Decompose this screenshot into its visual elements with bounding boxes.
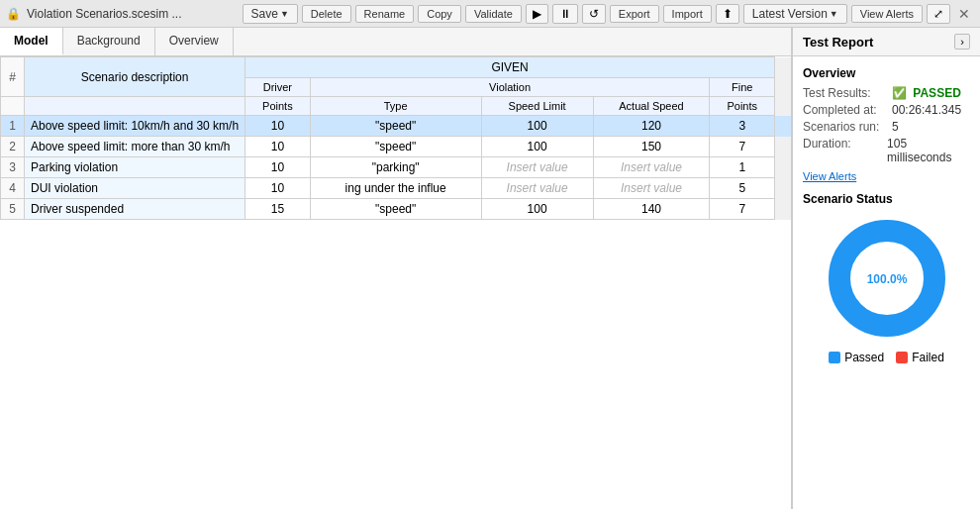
row-number: 1: [1, 116, 25, 137]
scenario-description[interactable]: Parking violation: [25, 157, 245, 178]
test-results-row: Test Results: ✅ PASSED: [803, 86, 970, 100]
subrow-scenario: [25, 97, 245, 116]
save-button[interactable]: Save ▼: [243, 4, 298, 24]
actual-speed[interactable]: Insert value: [593, 157, 710, 178]
driver-points[interactable]: 10: [245, 157, 311, 178]
fine-points[interactable]: 1: [710, 157, 775, 178]
latest-version-button[interactable]: Latest Version ▼: [743, 4, 847, 24]
driver-points[interactable]: 15: [245, 199, 311, 220]
tab-background[interactable]: Background: [63, 28, 155, 55]
completed-label: Completed at:: [803, 103, 892, 117]
test-results-value: ✅ PASSED: [892, 86, 961, 100]
copy-button[interactable]: Copy: [418, 5, 461, 23]
legend-failed: Failed: [896, 351, 944, 364]
col-driver-header: Driver: [245, 78, 311, 97]
table-row[interactable]: 4DUI violation10ing under the influeInse…: [1, 178, 791, 199]
subrow-driver-points: Points: [245, 97, 311, 116]
duration-label: Duration:: [803, 137, 887, 164]
pause-button[interactable]: ⏸: [552, 4, 578, 24]
table-row[interactable]: 1Above speed limit: 10km/h and 30 km/h10…: [1, 116, 791, 137]
driver-points[interactable]: 10: [245, 137, 311, 157]
passed-badge: PASSED: [913, 86, 960, 100]
subrow-scroll: [775, 97, 791, 116]
table-row[interactable]: 3Parking violation10"parking"Insert valu…: [1, 157, 791, 178]
report-body: Overview Test Results: ✅ PASSED Complete…: [793, 56, 980, 509]
driver-points[interactable]: 10: [245, 116, 311, 137]
subrow-fine-points: Points: [710, 97, 775, 116]
play-button[interactable]: ▶: [526, 4, 548, 24]
scroll-spacer: [775, 157, 791, 178]
subrow-speed-limit: Speed Limit: [481, 97, 593, 116]
refresh-button[interactable]: ↺: [582, 4, 606, 24]
actual-speed[interactable]: 140: [593, 199, 710, 220]
speed-limit[interactable]: Insert value: [481, 178, 593, 199]
table-row[interactable]: 5Driver suspended15"speed"1001407: [1, 199, 791, 220]
row-number: 2: [1, 137, 25, 157]
scenario-description[interactable]: Above speed limit: 10km/h and 30 km/h: [25, 116, 245, 137]
version-dropdown-caret[interactable]: ▼: [830, 9, 838, 19]
col-hash-header: #: [1, 57, 25, 97]
violation-type[interactable]: "speed": [310, 116, 481, 137]
overview-section-title: Overview: [803, 66, 970, 80]
speed-limit[interactable]: 100: [481, 137, 593, 157]
speed-limit[interactable]: Insert value: [481, 157, 593, 178]
fine-col-empty: [775, 57, 791, 78]
scenario-description[interactable]: Driver suspended: [25, 199, 245, 220]
row-number: 3: [1, 157, 25, 178]
donut-chart: 100.0% Passed Failed: [803, 214, 970, 364]
scroll-spacer: [775, 116, 791, 137]
close-button[interactable]: ✕: [954, 6, 974, 22]
scroll-spacer: [775, 199, 791, 220]
report-header: Test Report ›: [793, 28, 980, 56]
left-panel: Model Background Overview # Scenario des…: [0, 28, 792, 509]
failed-label: Failed: [912, 351, 944, 364]
passed-label: Passed: [844, 351, 884, 364]
delete-button[interactable]: Delete: [302, 5, 351, 23]
col-scenario-header: Scenario description: [25, 57, 245, 97]
file-title: Violation Scenarios.scesim ...: [27, 7, 239, 21]
donut-svg: 100.0%: [823, 214, 951, 343]
driver-points[interactable]: 10: [245, 178, 311, 199]
validate-button[interactable]: Validate: [465, 5, 522, 23]
legend-passed: Passed: [829, 351, 884, 364]
fullscreen-button[interactable]: ⤢: [927, 4, 950, 24]
violation-type[interactable]: ing under the influe: [310, 178, 481, 199]
scenario-description[interactable]: DUI violation: [25, 178, 245, 199]
speed-limit[interactable]: 100: [481, 116, 593, 137]
report-collapse-button[interactable]: ›: [954, 34, 970, 50]
actual-speed[interactable]: 120: [593, 116, 710, 137]
save-dropdown-caret[interactable]: ▼: [280, 9, 289, 19]
duration-value: 105 milliseconds: [887, 137, 970, 164]
violation-type[interactable]: "speed": [310, 199, 481, 220]
upload-button[interactable]: ⬆: [716, 4, 739, 24]
table-row[interactable]: 2Above speed limit: more than 30 km/h10"…: [1, 137, 791, 157]
tab-overview[interactable]: Overview: [155, 28, 234, 55]
fine-points[interactable]: 3: [710, 116, 775, 137]
scenarios-label: Scenarios run:: [803, 120, 892, 134]
rename-button[interactable]: Rename: [355, 5, 415, 23]
tab-model[interactable]: Model: [0, 28, 63, 55]
failed-color-swatch: [896, 352, 908, 363]
duration-row: Duration: 105 milliseconds: [803, 137, 970, 164]
view-alerts-link[interactable]: View Alerts: [803, 170, 970, 182]
scenario-description[interactable]: Above speed limit: more than 30 km/h: [25, 137, 245, 157]
actual-speed[interactable]: 150: [593, 137, 710, 157]
view-alerts-button[interactable]: View Alerts: [851, 5, 923, 23]
chart-legend: Passed Failed: [829, 351, 944, 364]
fine-points[interactable]: 7: [710, 137, 775, 157]
actual-speed[interactable]: Insert value: [593, 178, 710, 199]
col-fine-header: Fine: [710, 78, 775, 97]
import-button[interactable]: Import: [663, 5, 712, 23]
speed-limit[interactable]: 100: [481, 199, 593, 220]
fine-points[interactable]: 7: [710, 199, 775, 220]
passed-color-swatch: [829, 352, 840, 363]
violation-type[interactable]: "speed": [310, 137, 481, 157]
subrow-type: Type: [310, 97, 481, 116]
title-bar: 🔒 Violation Scenarios.scesim ... Save ▼ …: [0, 0, 980, 28]
export-button[interactable]: Export: [610, 5, 659, 23]
scenarios-row: Scenarios run: 5: [803, 120, 970, 134]
fine-points[interactable]: 5: [710, 178, 775, 199]
subrow-actual-speed: Actual Speed: [593, 97, 710, 116]
subrow-hash: [1, 97, 25, 116]
violation-type[interactable]: "parking": [310, 157, 481, 178]
